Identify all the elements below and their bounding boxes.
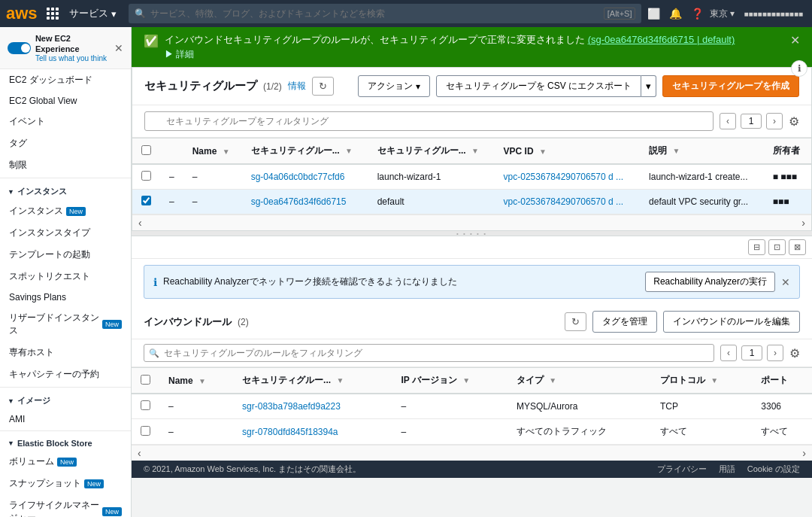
banner-detail[interactable]: ▶ 詳細 [165, 48, 735, 61]
sidebar-item-instances[interactable]: インスタンス New [0, 200, 131, 222]
inbound-row-checkbox[interactable] [141, 400, 150, 410]
sg-id-link[interactable]: sg-0ea6476d34f6d6715 [251, 196, 347, 207]
info-link[interactable]: 情報 [288, 80, 306, 93]
header-sg-id[interactable]: セキュリティグルー... ▼ [368, 138, 495, 165]
inbound-row-checkbox[interactable] [141, 426, 150, 436]
help-icon[interactable]: ❓ [691, 8, 704, 20]
inbound-prev-page-button[interactable]: ‹ [720, 345, 737, 361]
sidebar-item-tags[interactable]: タグ [0, 132, 131, 154]
header-sg-name[interactable]: セキュリティグルー... ▼ [242, 138, 368, 165]
reachability-close-icon[interactable]: ✕ [781, 276, 790, 288]
panel-expand-button[interactable]: ⊡ [768, 239, 786, 255]
inbound-header-name[interactable]: Name ▼ [159, 368, 233, 394]
prev-page-button[interactable]: ‹ [720, 113, 736, 129]
inbound-scroll-left-button[interactable]: ‹ [132, 447, 147, 459]
sidebar-section-instances[interactable]: インスタンス [0, 180, 131, 200]
services-button[interactable]: サービス ▾ [63, 4, 123, 23]
sidebar-section-images[interactable]: イメージ [0, 389, 131, 409]
select-all-checkbox[interactable] [141, 145, 151, 155]
inbound-row-checkbox-cell [132, 419, 159, 445]
scroll-left-button[interactable]: ‹ [132, 217, 148, 229]
sidebar-item-lifecycle-manager[interactable]: ライフサイクルマネージャー New [0, 494, 131, 517]
account-item[interactable]: ■■■■■■■■■■■■■ [741, 8, 806, 20]
vpc-id-link[interactable]: vpc-02536784290706570 d ... [504, 172, 623, 182]
footer-cookie-link[interactable]: Cookie の設定 [747, 464, 800, 475]
sidebar-item-instance-types[interactable]: インスタンスタイプ [0, 222, 131, 244]
refresh-button[interactable]: ↻ [312, 77, 334, 96]
inbound-header-ip-version[interactable]: IP バージョン ▼ [392, 368, 508, 394]
footer-privacy-link[interactable]: プライバシー [657, 464, 707, 475]
create-security-group-button[interactable]: セキュリティグループを作成 [662, 75, 799, 97]
inbound-select-all-checkbox[interactable] [141, 375, 150, 385]
row-checkbox[interactable] [141, 196, 151, 205]
row-description: default VPC security gr... [640, 190, 764, 214]
row-sg-name: default [368, 190, 495, 214]
search-icon: 🔍 [135, 8, 146, 19]
export-dropdown-button[interactable]: ▾ [641, 75, 656, 97]
tags-manage-button[interactable]: タグを管理 [592, 311, 657, 333]
sidebar-item-events[interactable]: イベント [0, 111, 131, 132]
action-button[interactable]: アクション ▾ [358, 75, 430, 97]
rule-id-link[interactable]: sgr-083ba798aefd9a223 [242, 401, 341, 412]
sidebar-item-reserved-instances[interactable]: リザーブドインスタンス New [0, 307, 131, 342]
bottom-panel: ⊟ ⊡ ⊠ ℹ Reachability Analyzerでネットワーク接続を確… [132, 236, 812, 461]
security-groups-search-input[interactable] [144, 111, 714, 131]
settings-icon[interactable]: ⚙ [789, 114, 799, 129]
export-button[interactable]: セキュリティグループを CSV にエクスポート [436, 75, 641, 97]
inbound-scroll-right-button[interactable]: › [796, 447, 812, 459]
header-name[interactable]: Name ▼ [183, 138, 242, 165]
scroll-right-button[interactable]: › [795, 217, 811, 229]
success-link[interactable]: (sg-0ea6476d34f6d6715 | default) [588, 34, 735, 45]
close-icon[interactable]: ✕ [114, 42, 123, 54]
inbound-header-port[interactable]: ポート [752, 368, 812, 394]
inbound-header-sg-id[interactable]: セキュリティグルー... ▼ [233, 368, 392, 394]
screen-icon[interactable]: ⬜ [647, 8, 660, 20]
info-panel-icon[interactable]: ℹ [791, 60, 807, 77]
inbound-row-ip-version: – [392, 394, 508, 419]
sidebar-item-global-view[interactable]: EC2 Global View [0, 91, 131, 111]
table-row: – sgr-083ba798aefd9a223 – MYSQL/Aurora T… [132, 394, 812, 419]
inbound-rules-title: インバウンドルール [144, 315, 232, 329]
panel-minimize-button[interactable]: ⊟ [748, 239, 765, 255]
header-owner[interactable]: 所有者 [764, 138, 811, 165]
inbound-header-type[interactable]: タイプ ▼ [508, 368, 651, 394]
sidebar-item-volumes[interactable]: ボリューム New [0, 451, 131, 473]
edit-inbound-rules-button[interactable]: インバウンドのルールを編集 [663, 311, 800, 333]
row-checkbox[interactable] [141, 171, 151, 181]
sidebar-item-dashboard[interactable]: EC2 ダッシュボード [0, 69, 131, 91]
close-icon[interactable]: ✕ [790, 33, 800, 47]
reachability-run-button[interactable]: Reachability Analyzerの実行 [645, 272, 775, 292]
inbound-rules-search-input[interactable] [144, 344, 714, 362]
sidebar-section-ebs[interactable]: Elastic Block Store [0, 433, 131, 451]
next-page-button[interactable]: › [766, 113, 783, 129]
aws-logo[interactable]: aws [6, 4, 38, 23]
sg-id-link[interactable]: sg-04a06dc0bdc77cfd6 [251, 172, 345, 182]
security-groups-section: セキュリティグループ (1/2) 情報 ↻ アクション ▾ セキュリティグループ… [132, 67, 812, 231]
sidebar-item-snapshots[interactable]: スナップショット New [0, 473, 131, 494]
sidebar-item-ami[interactable]: AMI [0, 409, 131, 429]
panel-close-button[interactable]: ⊠ [789, 239, 806, 255]
sidebar-item-dedicated-hosts[interactable]: 専有ホスト [0, 342, 131, 363]
search-input[interactable] [150, 8, 604, 19]
bell-icon[interactable]: 🔔 [669, 8, 682, 20]
sidebar-item-spot-requests[interactable]: スポットリクエスト [0, 266, 131, 287]
sidebar-item-launch-templates[interactable]: テンプレートの起動 [0, 244, 131, 266]
footer-terms-link[interactable]: 用語 [719, 464, 735, 475]
sidebar-item-capacity-reservations[interactable]: キャパシティーの予約 [0, 363, 131, 385]
header-description[interactable]: 説明 ▼ [640, 138, 764, 165]
sidebar-item-savings-plans[interactable]: Savings Plans [0, 287, 131, 307]
tell-us-link[interactable]: Tell us what you think [35, 54, 114, 62]
sort-icon: ▼ [710, 376, 718, 385]
sidebar-item-limits[interactable]: 制限 [0, 154, 131, 176]
inbound-refresh-button[interactable]: ↻ [565, 312, 586, 331]
inbound-next-page-button[interactable]: › [767, 345, 783, 361]
rule-id-link[interactable]: sgr-0780dfd845f18394a [242, 427, 338, 437]
grid-icon [47, 8, 57, 20]
vpc-id-link[interactable]: vpc-02536784290706570 d ... [504, 196, 623, 207]
sidebar: New EC2 Experience Tell us what you thin… [0, 27, 132, 517]
ec2-toggle-switch[interactable] [8, 42, 31, 54]
header-vpc-id[interactable]: VPC ID ▼ [495, 138, 641, 165]
inbound-settings-icon[interactable]: ⚙ [789, 346, 800, 360]
inbound-header-protocol[interactable]: プロトコル ▼ [651, 368, 752, 394]
region-selector[interactable]: 東京 ▾ [710, 8, 735, 20]
